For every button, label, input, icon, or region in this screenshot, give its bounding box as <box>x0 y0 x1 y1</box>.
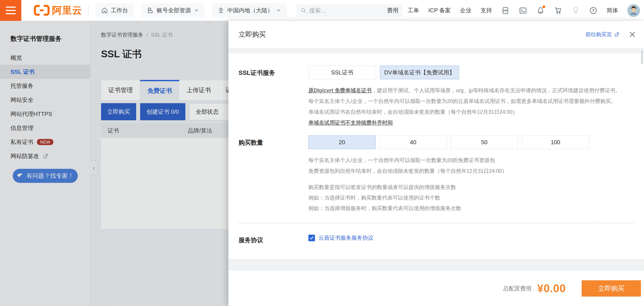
nav-link-enterprise[interactable]: 企业 <box>460 6 471 14</box>
breadcrumb-current: SSL 证书 <box>151 31 173 38</box>
app-icon[interactable]: APP <box>501 6 510 15</box>
account-resources-dropdown[interactable]: 账号全部资源 <box>141 3 204 17</box>
chevron-down-icon <box>276 8 281 13</box>
create-certificate-button[interactable]: 创建证书 0/0 <box>140 103 186 120</box>
sidebar-title: 数字证书管理服务 <box>0 21 90 43</box>
svg-text:?: ? <box>592 8 594 13</box>
notification-dot <box>542 5 545 8</box>
language-switcher[interactable]: 简体 <box>607 6 618 14</box>
tab-bar: 证书管理 免费证书 上传证书 证书工具 <box>101 80 228 100</box>
page-title: SSL 证书 <box>101 48 228 61</box>
tab-certificate-tools[interactable]: 证书工具 <box>218 80 228 100</box>
ssl-service-row: SSL证书服务 SSL证书 DV单域名证书【免费试用】 原DIgicert 免费… <box>238 66 634 128</box>
svg-text:APP: APP <box>503 9 508 12</box>
digicert-underline-text: 原DIgicert 免费单域名证书 <box>308 87 372 93</box>
region-selector[interactable]: 中国内地（大陆） <box>212 3 287 17</box>
table-header-row: 证书 品牌/算法 <box>101 123 228 138</box>
confirm-buy-button[interactable]: 立即购买 <box>582 280 641 297</box>
hamburger-menu-button[interactable] <box>0 0 21 21</box>
nav-link-support[interactable]: 支持 <box>480 6 492 14</box>
sidebar-item-private-ca[interactable]: 私有证书 NEW <box>0 135 90 149</box>
tab-upload-certificate[interactable]: 上传证书 <box>179 80 218 100</box>
new-badge: NEW <box>37 139 53 145</box>
terminal-icon[interactable] <box>519 6 527 15</box>
tab-free-certificates[interactable]: 免费证书 <box>140 80 179 100</box>
sidebar-item-info-management[interactable]: 信息管理 <box>0 121 90 135</box>
quantity-option-20[interactable]: 20 <box>308 135 376 149</box>
global-search[interactable] <box>296 4 402 17</box>
buy-now-button[interactable]: 立即购买 <box>101 103 136 120</box>
sidebar-collapse-handle[interactable]: ‹ <box>90 160 98 175</box>
region-label: 中国内地（大陆） <box>227 6 273 14</box>
main-content: 数字证书管理服务 / SSL 证书 SSL 证书 证书管理 免费证书 上传证书 … <box>90 21 228 306</box>
search-input[interactable] <box>309 7 398 14</box>
sidebar-item-anti-tamper[interactable]: 网站防篡改 <box>0 149 90 163</box>
breadcrumb-root[interactable]: 数字证书管理服务 <box>101 31 143 38</box>
quantity-option-100[interactable]: 100 <box>522 135 589 149</box>
nav-divider <box>88 5 89 15</box>
ask-expert-button[interactable]: 有问题？找专家！ <box>13 169 78 183</box>
help-icon[interactable]: ? <box>589 6 598 15</box>
drawer-footer: 总配置费用 ¥0.00 立即购买 <box>228 271 644 306</box>
search-icon <box>300 7 306 13</box>
quantity-notes: 购买数量是指可以签发证书的数量或者可以提供的增值服务次数 例如：当选择证书时，购… <box>308 182 634 214</box>
dingtalk-wing-icon <box>17 173 23 179</box>
sidebar-item-managed-service[interactable]: 托管服务 <box>0 79 90 93</box>
page: 阿里云 工作台 账号全部资源 <box>0 0 644 306</box>
quantity-option-50[interactable]: 50 <box>451 135 518 149</box>
total-fee-label: 总配置费用 <box>503 285 532 293</box>
workbench-button[interactable]: 工作台 <box>96 3 134 17</box>
close-icon[interactable] <box>629 31 636 38</box>
drawer-title: 立即购买 <box>238 30 266 39</box>
tab-certificate-management[interactable]: 证书管理 <box>101 80 140 100</box>
quantity-description: 每个实名主体个人/企业，一个自然年内可以领取一次数量为20的免费证书资源包 免费… <box>308 155 634 176</box>
nav-link-billing[interactable]: 费用 <box>387 6 398 14</box>
location-pin-icon <box>218 7 224 13</box>
drawer-header: 立即购买 前往购买页 <box>228 21 644 48</box>
workbench-label: 工作台 <box>111 6 128 14</box>
column-header-brand-algorithm: 品牌/算法 <box>188 127 212 135</box>
quantity-option-40[interactable]: 40 <box>380 135 447 149</box>
navbar-right-cluster: 费用 工单 ICP 备案 企业 支持 APP <box>387 0 640 21</box>
sidebar-item-website-security[interactable]: 网站安全 <box>0 93 90 107</box>
agreement-row: 服务协议 云盾证书服务服务协议 <box>238 233 634 244</box>
service-description: 原DIgicert 免费单域名证书，建议用于测试、个人试用等场景，org、jp等… <box>308 85 634 128</box>
drawer-gray-gap <box>228 259 644 271</box>
drawer-scrollbar[interactable] <box>641 50 643 64</box>
drawer-scroll-strip <box>228 48 644 53</box>
quantity-row: 购买数量 20 40 50 100 每个实名主体个人/企业，一个自然年内可以领取… <box>238 135 634 214</box>
nav-link-icp[interactable]: ICP 备案 <box>428 6 451 14</box>
agreement-label: 服务协议 <box>238 233 308 244</box>
top-navbar: 阿里云 工作台 账号全部资源 <box>0 0 644 21</box>
nav-link-tickets[interactable]: 工单 <box>408 6 419 14</box>
chevron-down-icon <box>194 8 199 13</box>
lightbulb-icon[interactable] <box>572 6 580 15</box>
certificates-table: 证书 品牌/算法 <box>101 123 228 230</box>
total-fee-price: ¥0.00 <box>537 282 566 295</box>
option-dv-free-trial[interactable]: DV单域名证书【免费试用】 <box>380 66 459 79</box>
notification-bell-icon[interactable] <box>536 6 545 15</box>
sidebar: 数字证书管理服务 概览 SSL 证书 托管服务 网站安全 网站代理HTTPS 信… <box>0 21 90 306</box>
go-to-purchase-page-link[interactable]: 前往购买页 <box>586 31 620 38</box>
option-ssl-certificate[interactable]: SSL证书 <box>308 66 376 79</box>
buy-now-drawer: 立即购买 前往购买页 <box>228 21 644 306</box>
quantity-label: 购买数量 <box>238 135 308 214</box>
breadcrumb: 数字证书管理服务 / SSL 证书 <box>101 31 228 38</box>
table-body-empty <box>101 138 228 230</box>
external-link-icon <box>42 153 48 159</box>
resources-label: 账号全部资源 <box>156 6 191 14</box>
agreement-link[interactable]: 云盾证书服务服务协议 <box>318 234 374 242</box>
sidebar-item-https-proxy[interactable]: 网站代理HTTPS <box>0 107 90 121</box>
user-avatar[interactable] <box>627 4 640 17</box>
external-link-icon <box>614 32 620 37</box>
alibaba-cloud-logo[interactable]: 阿里云 <box>34 4 82 17</box>
purchase-form: SSL证书服务 SSL证书 DV单域名证书【免费试用】 原DIgicert 免费… <box>228 53 644 259</box>
sidebar-item-overview[interactable]: 概览 <box>0 51 90 65</box>
agreement-checkbox[interactable] <box>308 235 315 241</box>
sidebar-menu: 概览 SSL 证书 托管服务 网站安全 网站代理HTTPS 信息管理 私有证书 … <box>0 51 90 163</box>
cart-icon[interactable] <box>554 6 562 15</box>
home-icon <box>101 7 108 13</box>
sidebar-item-ssl-certificates[interactable]: SSL 证书 <box>0 65 90 79</box>
resources-icon <box>147 7 154 13</box>
status-filter-select[interactable]: 全部状态 <box>189 103 228 120</box>
